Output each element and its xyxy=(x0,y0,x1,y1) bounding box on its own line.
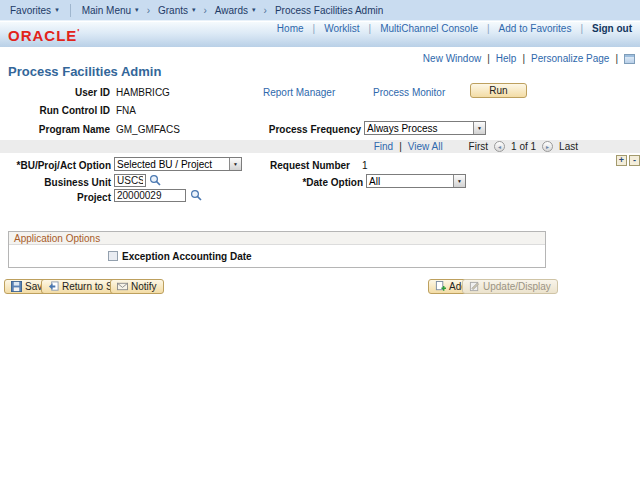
row-action-buttons: + - xyxy=(616,155,640,166)
link-separator: | xyxy=(487,23,490,34)
breadcrumb-item-awards[interactable]: Awards ▾ xyxy=(215,5,256,16)
awards-label: Awards xyxy=(215,5,248,16)
chevron-down-icon: ▾ xyxy=(252,6,256,14)
add-row-button[interactable]: + xyxy=(616,155,627,166)
date-option-value: All xyxy=(367,175,453,187)
project-lookup-icon[interactable] xyxy=(190,189,203,202)
row-nav-bar: Find | View All First ◄ 1 of 1 ► Last xyxy=(0,140,640,153)
link-separator: | xyxy=(399,141,402,152)
favorites-menu[interactable]: Favorites ▾ xyxy=(10,5,59,16)
save-icon xyxy=(11,281,22,292)
business-unit-input[interactable] xyxy=(114,174,146,187)
worklist-link[interactable]: Worklist xyxy=(324,23,359,34)
chevron-down-icon: ▾ xyxy=(192,6,196,14)
first-row-link[interactable]: First xyxy=(469,141,488,152)
return-to-search-icon xyxy=(48,281,59,292)
user-id-value: HAMBRICG xyxy=(116,87,170,98)
help-link[interactable]: Help xyxy=(496,53,517,64)
view-all-link[interactable]: View All xyxy=(408,141,443,152)
bu-option-value: Selected BU / Project xyxy=(115,158,229,170)
page-title: Process Facilities Admin xyxy=(8,64,161,79)
previous-row-button[interactable]: ◄ xyxy=(494,141,505,152)
process-facilities-admin-page: Favorites ▾ Main Menu ▾ › Grants ▾ › Awa… xyxy=(0,0,640,480)
chevron-down-icon: ▾ xyxy=(135,6,139,14)
process-frequency-value: Always Process xyxy=(365,122,473,134)
copy-url-icon[interactable] xyxy=(624,54,635,64)
run-control-id-label: Run Control ID xyxy=(0,105,110,116)
breadcrumb: Favorites ▾ Main Menu ▾ › Grants ▾ › Awa… xyxy=(0,0,640,21)
business-unit-lookup-icon[interactable] xyxy=(149,174,162,187)
utility-links: New Window | Help | Personalize Page | xyxy=(423,53,635,64)
breadcrumb-separator: › xyxy=(264,5,267,16)
multichannel-console-link[interactable]: MultiChannel Console xyxy=(380,23,478,34)
breadcrumb-current: Process Facilities Admin xyxy=(275,5,383,16)
notify-button[interactable]: Notify xyxy=(110,279,164,294)
project-label: Project xyxy=(0,192,111,203)
update-display-icon xyxy=(469,281,480,292)
project-input[interactable] xyxy=(114,189,186,202)
request-number-value: 1 xyxy=(362,160,368,171)
link-separator: | xyxy=(313,23,316,34)
find-link[interactable]: Find xyxy=(374,141,393,152)
link-separator: | xyxy=(487,53,490,64)
exception-accounting-date-checkbox[interactable] xyxy=(108,251,118,261)
favorites-menu-label: Favorites xyxy=(10,5,51,16)
application-options-title: Application Options xyxy=(9,232,545,245)
link-separator: | xyxy=(580,23,583,34)
add-icon xyxy=(435,281,446,292)
dropdown-arrow-icon[interactable]: ▼ xyxy=(473,122,485,134)
notify-icon xyxy=(117,281,128,292)
breadcrumb-item-grants[interactable]: Grants ▾ xyxy=(158,5,196,16)
link-separator: | xyxy=(522,53,525,64)
request-number-label: Request Number xyxy=(240,160,350,171)
row-counter: 1 of 1 xyxy=(511,141,536,152)
arrow-right-icon: ► xyxy=(545,144,550,150)
notify-button-label: Notify xyxy=(131,281,157,292)
process-monitor-link[interactable]: Process Monitor xyxy=(373,87,445,98)
application-options-groupbox: Application Options Exception Accounting… xyxy=(8,231,546,268)
sign-out-link[interactable]: Sign out xyxy=(592,23,632,34)
bu-option-label: *BU/Proj/Act Option xyxy=(0,160,111,171)
breadcrumb-separator: › xyxy=(147,5,150,16)
header-links: Home | Worklist | MultiChannel Console |… xyxy=(277,23,632,34)
process-frequency-label: Process Frequency xyxy=(255,124,361,135)
arrow-left-icon: ◄ xyxy=(497,144,502,150)
main-menu-label: Main Menu xyxy=(82,5,131,16)
chevron-down-icon: ▾ xyxy=(55,6,59,14)
grants-label: Grants xyxy=(158,5,188,16)
personalize-page-link[interactable]: Personalize Page xyxy=(531,53,609,64)
main-menu[interactable]: Main Menu ▾ xyxy=(82,5,139,16)
date-option-label: *Date Option xyxy=(255,177,363,188)
breadcrumb-separator: › xyxy=(204,5,207,16)
delete-row-button[interactable]: - xyxy=(629,155,640,166)
add-to-favorites-link[interactable]: Add to Favorites xyxy=(499,23,572,34)
breadcrumb-divider xyxy=(70,4,71,17)
oracle-logo: ORACLE' xyxy=(8,27,80,44)
program-name-label: Program Name xyxy=(0,124,110,135)
exception-accounting-date-label: Exception Accounting Date xyxy=(122,251,252,262)
date-option-select[interactable]: All ▼ xyxy=(366,174,466,188)
program-name-value: GM_GMFACS xyxy=(116,124,180,135)
new-window-link[interactable]: New Window xyxy=(423,53,481,64)
link-separator: | xyxy=(369,23,372,34)
run-control-id-value: FNA xyxy=(116,105,136,116)
bu-option-select[interactable]: Selected BU / Project ▼ xyxy=(114,157,242,171)
user-id-label: User ID xyxy=(0,87,110,98)
report-manager-link[interactable]: Report Manager xyxy=(263,87,335,98)
update-display-label: Update/Display xyxy=(483,281,551,292)
update-display-button: Update/Display xyxy=(462,279,558,294)
dropdown-arrow-icon[interactable]: ▼ xyxy=(453,175,465,187)
next-row-button[interactable]: ► xyxy=(542,141,553,152)
link-separator: | xyxy=(615,53,618,64)
business-unit-label: Business Unit xyxy=(0,177,111,188)
run-button[interactable]: Run xyxy=(470,83,527,98)
process-frequency-select[interactable]: Always Process ▼ xyxy=(364,121,486,135)
home-link[interactable]: Home xyxy=(277,23,304,34)
last-row-link[interactable]: Last xyxy=(559,141,578,152)
